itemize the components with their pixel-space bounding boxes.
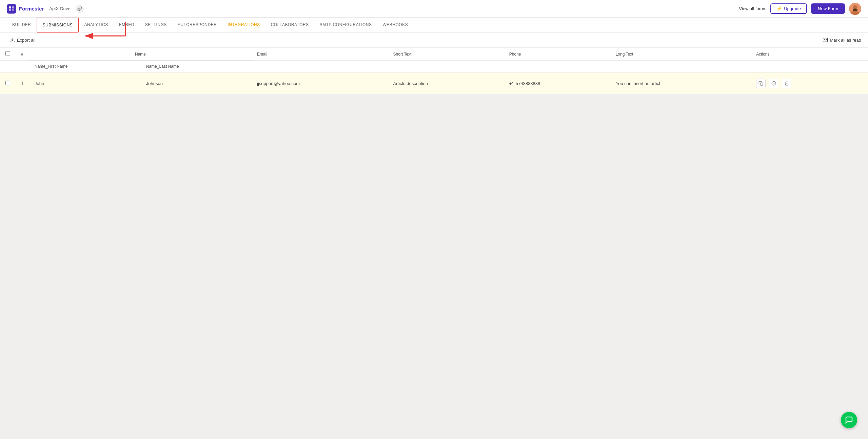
logo-icon bbox=[7, 4, 16, 14]
tab-navigation: BUILDER SUBMISSIONS ANALYTICS EMBED SETT… bbox=[0, 18, 868, 33]
export-all-button[interactable]: Export all bbox=[7, 36, 38, 44]
sub-checkbox-header bbox=[0, 61, 16, 72]
top-navigation: Formester ApiX-Drive View all forms ⚡ Up… bbox=[0, 0, 868, 18]
svg-rect-0 bbox=[9, 6, 11, 8]
tab-autoresponder[interactable]: AUTORESPONDER bbox=[172, 18, 222, 33]
name-group-header: Name bbox=[29, 48, 252, 61]
short-text-header: Short Text bbox=[388, 48, 504, 61]
logo[interactable]: Formester bbox=[7, 4, 44, 14]
avatar[interactable] bbox=[849, 3, 861, 15]
sub-phone-header bbox=[504, 61, 610, 72]
mark-all-read-button[interactable]: Mark all as read bbox=[823, 37, 861, 43]
view-all-forms-link[interactable]: View all forms bbox=[739, 6, 766, 11]
svg-rect-13 bbox=[760, 83, 763, 85]
row-num: 1 bbox=[16, 72, 29, 95]
long-text-header: Long Text bbox=[610, 48, 751, 61]
row-checkbox[interactable] bbox=[5, 81, 10, 85]
block-icon bbox=[771, 81, 776, 86]
copy-action-button[interactable] bbox=[756, 79, 766, 88]
tab-webhooks[interactable]: WEBHOOKS bbox=[377, 18, 413, 33]
trash-icon bbox=[784, 81, 789, 86]
delete-action-button[interactable] bbox=[782, 79, 791, 88]
actions-cell bbox=[756, 79, 863, 88]
email-header: Email bbox=[252, 48, 388, 61]
name-first-header: Name_First Name bbox=[29, 61, 141, 72]
svg-line-15 bbox=[772, 82, 775, 85]
tab-collaborators[interactable]: COLLABORATORS bbox=[265, 18, 314, 33]
table-row: 1 John Johnson jjsupport@yahoo.com Artic… bbox=[0, 72, 868, 95]
svg-rect-2 bbox=[9, 9, 11, 11]
actions-header: Actions bbox=[751, 48, 868, 61]
tab-embed[interactable]: EMBED bbox=[114, 18, 140, 33]
logo-text: Formester bbox=[19, 6, 44, 12]
svg-rect-3 bbox=[12, 9, 14, 11]
phone-header: Phone bbox=[504, 48, 610, 61]
row-email: jjsupport@yahoo.com bbox=[252, 72, 388, 95]
new-form-button[interactable]: New Form bbox=[811, 3, 845, 14]
row-long-text: You can insert an articl bbox=[610, 72, 751, 95]
row-phone: +1-5748888888 bbox=[504, 72, 610, 95]
tab-integrations[interactable]: INTEGRATIONS bbox=[222, 18, 265, 33]
select-all-checkbox[interactable] bbox=[5, 51, 10, 56]
envelope-icon bbox=[823, 37, 828, 43]
copy-icon bbox=[758, 81, 763, 86]
link-icon[interactable] bbox=[76, 5, 84, 13]
tab-submissions[interactable]: SUBMISSIONS bbox=[37, 18, 79, 33]
form-name: ApiX-Drive bbox=[49, 6, 70, 11]
block-action-button[interactable] bbox=[769, 79, 778, 88]
lightning-icon: ⚡ bbox=[776, 6, 782, 11]
tab-settings[interactable]: SETTINGS bbox=[140, 18, 172, 33]
upgrade-button[interactable]: ⚡ Upgrade bbox=[770, 3, 807, 14]
tab-analytics[interactable]: ANALYTICS bbox=[79, 18, 113, 33]
sub-actions-header bbox=[751, 61, 868, 72]
sub-long-text-header bbox=[610, 61, 751, 72]
svg-point-8 bbox=[853, 8, 857, 11]
sub-email-header bbox=[252, 61, 388, 72]
row-last-name: Johnson bbox=[141, 72, 252, 95]
nav-right: View all forms ⚡ Upgrade New Form bbox=[739, 3, 861, 15]
row-short-text: Article description bbox=[388, 72, 504, 95]
download-icon bbox=[9, 37, 15, 43]
row-checkbox-cell bbox=[0, 72, 16, 95]
row-first-name: John bbox=[29, 72, 141, 95]
submissions-table: # Name Email Short Text Phone Long Text bbox=[0, 48, 868, 95]
tab-builder[interactable]: BUILDER bbox=[7, 18, 37, 33]
row-actions bbox=[751, 72, 868, 95]
tab-smtp[interactable]: SMTP CONFIGURATIONS bbox=[314, 18, 377, 33]
sub-short-text-header bbox=[388, 61, 504, 72]
name-last-header: Name_Last Name bbox=[141, 61, 252, 72]
nav-left: Formester ApiX-Drive bbox=[7, 4, 84, 14]
select-all-header bbox=[0, 48, 16, 61]
toolbar: Export all Mark all as read bbox=[0, 33, 868, 48]
num-header: # bbox=[16, 48, 29, 61]
sub-num-header bbox=[16, 61, 29, 72]
svg-rect-1 bbox=[12, 6, 14, 8]
